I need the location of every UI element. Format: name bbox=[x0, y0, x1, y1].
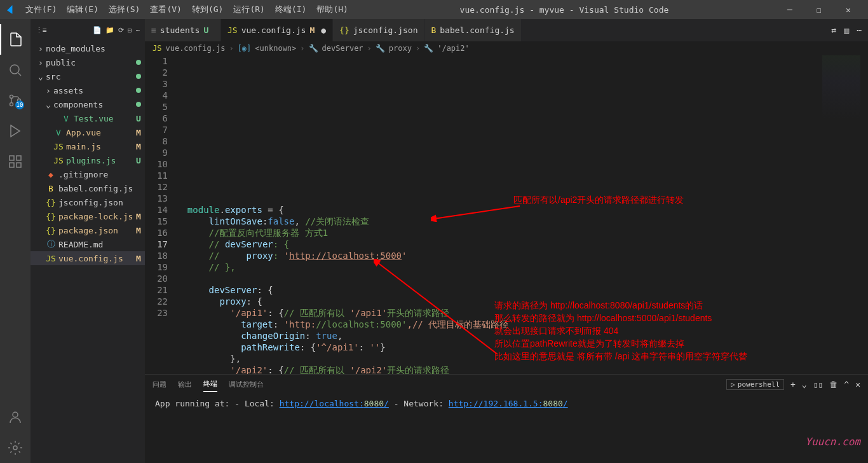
menu-run[interactable]: 运行(R) bbox=[228, 0, 269, 19]
main-area: 10 ⋮≡ 📄 📁 ⟳ ⊟ ⋯ ›node_modules›public⌄src… bbox=[0, 19, 868, 463]
panel-tab-problems[interactable]: 问题 bbox=[153, 377, 166, 392]
editor-area: ≡studentsUJSvue.config.jsM●{}jsconfig.js… bbox=[145, 19, 868, 463]
compare-changes-icon[interactable]: ⇄ bbox=[832, 25, 837, 35]
settings-icon[interactable] bbox=[0, 432, 31, 463]
folder-node_modules[interactable]: ›node_modules bbox=[31, 41, 145, 55]
search-icon[interactable] bbox=[0, 55, 31, 85]
extensions-icon[interactable] bbox=[0, 146, 31, 177]
terminal-shell-select[interactable]: ▷powershell bbox=[726, 379, 784, 390]
more-icon[interactable]: ⋯ bbox=[135, 26, 140, 34]
collapse-icon[interactable]: ⊟ bbox=[128, 26, 132, 34]
maximize-panel-icon[interactable]: ^ bbox=[844, 380, 849, 389]
file-type-icon: ◆ bbox=[46, 170, 56, 179]
menu-view[interactable]: 查看(V) bbox=[145, 0, 186, 19]
file-package-lock.json[interactable]: {}package-lock.jsonM bbox=[31, 209, 145, 223]
folder-public[interactable]: ›public bbox=[31, 55, 145, 69]
menu-go[interactable]: 转到(G) bbox=[187, 0, 228, 19]
svg-point-2 bbox=[10, 103, 13, 106]
tab-students[interactable]: ≡studentsU bbox=[145, 19, 221, 41]
folder-src[interactable]: ⌄src bbox=[31, 69, 145, 83]
close-panel-icon[interactable]: ✕ bbox=[855, 380, 860, 389]
file-README.md[interactable]: ⓘREADME.md bbox=[31, 237, 145, 251]
maximize-button[interactable]: ☐ bbox=[804, 0, 834, 19]
git-status: M bbox=[132, 142, 145, 151]
tab-babel.config.js[interactable]: Bbabel.config.js bbox=[424, 19, 521, 41]
file-type-icon: ≡ bbox=[151, 25, 156, 35]
breadcrumb[interactable]: JS vue.config.js› [◉]<unknown>› 🔧devServ… bbox=[145, 41, 868, 55]
annotation-text-b4: 所以位置pathRewrite就是为了转发时将前缀去掉 bbox=[494, 338, 684, 349]
source-control-icon[interactable]: 10 bbox=[0, 85, 31, 116]
git-status: M bbox=[132, 128, 145, 137]
svg-point-9 bbox=[13, 446, 17, 450]
file-vue.config.js[interactable]: JSvue.config.jsM bbox=[31, 251, 145, 265]
svg-point-1 bbox=[10, 95, 13, 99]
kill-terminal-icon[interactable]: 🗑 bbox=[829, 380, 837, 389]
svg-rect-6 bbox=[10, 163, 14, 167]
scm-badge: 10 bbox=[15, 100, 24, 109]
annotation-text-b2: 那么转发的路径就为 http://localhost:5000/api1/stu… bbox=[494, 312, 712, 324]
file-type-icon: B bbox=[431, 25, 436, 35]
menu-selection[interactable]: 选择(S) bbox=[104, 0, 145, 19]
file-main.js[interactable]: JSmain.jsM bbox=[31, 139, 145, 153]
split-terminal-icon[interactable]: ▯▯ bbox=[813, 380, 824, 389]
panel-tab-output[interactable]: 输出 bbox=[178, 377, 192, 392]
menu-file[interactable]: 文件(F) bbox=[20, 0, 62, 19]
new-terminal-icon[interactable]: + bbox=[790, 380, 796, 389]
menu-terminal[interactable]: 终端(I) bbox=[270, 0, 311, 19]
file-tree: ›node_modules›public⌄src›assets⌄componen… bbox=[31, 41, 145, 463]
file-type-icon: {} bbox=[339, 25, 349, 35]
new-folder-icon[interactable]: 📁 bbox=[105, 26, 114, 34]
tab-jsconfig.json[interactable]: {}jsconfig.json bbox=[333, 19, 424, 41]
more-actions-icon[interactable]: ⋯ bbox=[857, 25, 862, 35]
file-type-icon: {} bbox=[46, 212, 56, 221]
terminal-output[interactable]: App running at: - Local: http://localhos… bbox=[145, 394, 868, 463]
editor-content[interactable]: 1234567891011121314151617181920212223 匹配… bbox=[145, 55, 868, 374]
svg-line-10 bbox=[434, 206, 520, 219]
svg-point-0 bbox=[10, 65, 19, 74]
file-type-icon: JS bbox=[227, 25, 238, 35]
file-package.json[interactable]: {}package.jsonM bbox=[31, 223, 145, 237]
run-debug-icon[interactable] bbox=[0, 116, 31, 146]
annotation-arrow-1 bbox=[431, 203, 520, 222]
file-jsconfig.json[interactable]: {}jsconfig.json bbox=[31, 195, 145, 209]
new-file-icon[interactable]: 📄 bbox=[93, 26, 102, 34]
explorer-icon[interactable] bbox=[0, 24, 31, 55]
menu-edit[interactable]: 编辑(E) bbox=[62, 0, 103, 19]
split-editor-icon[interactable]: ▥ bbox=[844, 25, 849, 35]
tab-vue.config.js[interactable]: JSvue.config.jsM● bbox=[221, 19, 333, 41]
chevron-right-icon: › bbox=[36, 44, 46, 53]
modified-dot-icon bbox=[136, 102, 141, 107]
line-gutter: 1234567891011121314151617181920212223 bbox=[145, 55, 177, 374]
file-babel.config.js[interactable]: Bbabel.config.js bbox=[31, 181, 145, 195]
panel-tab-terminal[interactable]: 终端 bbox=[203, 377, 217, 392]
file-type-icon: B bbox=[46, 184, 56, 193]
file-type-icon: V bbox=[53, 128, 64, 137]
file-type-icon: JS bbox=[53, 142, 64, 151]
annotation-text-b3: 就会出现接口请求不到而报 404 bbox=[494, 325, 618, 336]
minimize-button[interactable]: ─ bbox=[775, 0, 804, 19]
svg-point-8 bbox=[13, 412, 18, 417]
folder-components[interactable]: ⌄components bbox=[31, 97, 145, 111]
minimap[interactable] bbox=[822, 55, 860, 119]
file-App.vue[interactable]: VApp.vueM bbox=[31, 125, 145, 139]
file-plugins.js[interactable]: JSplugins.jsU bbox=[31, 153, 145, 167]
file-.gitignore[interactable]: ◆.gitignore bbox=[31, 167, 145, 181]
terminal-dropdown-icon[interactable]: ⌄ bbox=[802, 380, 807, 389]
modified-dot-icon bbox=[136, 88, 141, 93]
explorer-title-icon: ⋮≡ bbox=[36, 26, 47, 34]
menu-help[interactable]: 帮助(H) bbox=[311, 0, 353, 19]
svg-line-11 bbox=[377, 262, 498, 354]
code-body[interactable]: 匹配所有以/api2开头的请求路径都进行转发 请求的路径为 http://loc… bbox=[177, 55, 868, 374]
svg-rect-5 bbox=[17, 156, 21, 160]
accounts-icon[interactable] bbox=[0, 402, 31, 432]
panel-tab-debug[interactable]: 调试控制台 bbox=[229, 377, 264, 392]
modified-dot-icon[interactable]: ● bbox=[321, 25, 326, 35]
modified-dot-icon bbox=[136, 60, 141, 65]
folder-assets[interactable]: ›assets bbox=[31, 83, 145, 97]
panel-tabs: 问题 输出 终端 调试控制台 ▷powershell + ⌄ ▯▯ 🗑 ^ ✕ bbox=[145, 375, 868, 394]
svg-rect-7 bbox=[17, 163, 21, 167]
refresh-icon[interactable]: ⟳ bbox=[118, 26, 124, 34]
close-button[interactable]: ✕ bbox=[834, 0, 863, 19]
file-type-icon: JS bbox=[53, 156, 64, 165]
file-Test.vue[interactable]: VTest.vueU bbox=[31, 111, 145, 125]
